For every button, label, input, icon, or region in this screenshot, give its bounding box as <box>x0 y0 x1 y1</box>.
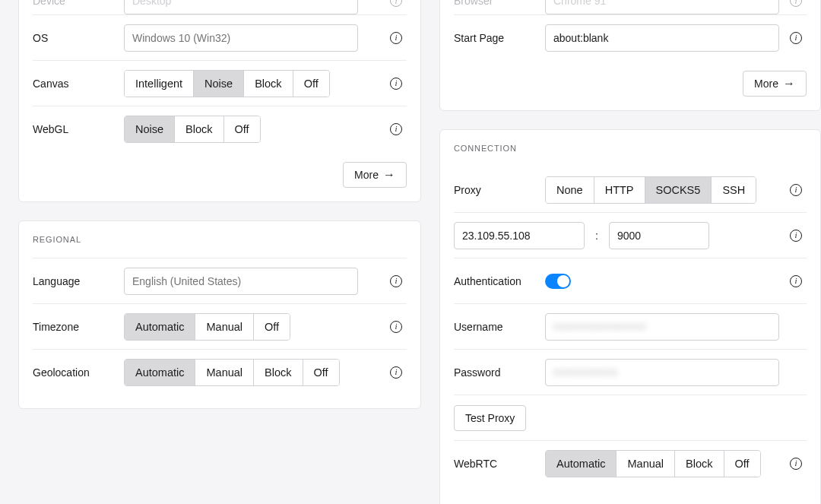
canvas-option-intelligent[interactable]: Intelligent <box>125 71 193 97</box>
canvas-option-off[interactable]: Off <box>293 71 329 97</box>
timezone-label: Timezone <box>33 321 124 333</box>
info-icon[interactable]: i <box>790 184 802 196</box>
authentication-toggle[interactable] <box>545 274 571 289</box>
proxy-label: Proxy <box>454 184 545 196</box>
webrtc-option-manual[interactable]: Manual <box>616 451 674 477</box>
info-icon[interactable]: i <box>790 275 802 287</box>
canvas-option-block[interactable]: Block <box>243 71 292 97</box>
canvas-option-noise[interactable]: Noise <box>193 71 243 97</box>
webrtc-option-block[interactable]: Block <box>674 451 723 477</box>
geolocation-segmented: Automatic Manual Block Off <box>124 359 340 386</box>
fingerprint-card: Device i OS i Canvas Intelligent <box>18 0 421 202</box>
info-icon[interactable]: i <box>390 123 402 135</box>
timezone-segmented: Automatic Manual Off <box>124 313 290 341</box>
canvas-label: Canvas <box>33 78 124 90</box>
connection-card: CONNECTION Proxy None HTTP SOCKS5 SSH i <box>439 129 821 504</box>
test-proxy-button[interactable]: Test Proxy <box>454 405 526 431</box>
os-input[interactable] <box>124 24 358 52</box>
webgl-option-noise[interactable]: Noise <box>125 116 174 142</box>
arrow-right-icon: → <box>383 169 395 181</box>
info-icon[interactable]: i <box>790 458 802 470</box>
start-page-input[interactable] <box>545 24 779 52</box>
proxy-segmented: None HTTP SOCKS5 SSH <box>545 176 756 204</box>
password-input[interactable]: ••••••••• <box>545 359 779 386</box>
start-page-label: Start Page <box>454 32 545 44</box>
proxy-host-input[interactable] <box>454 222 585 249</box>
colon-separator: : <box>591 230 603 242</box>
username-input[interactable]: ••••••••••••• <box>545 313 779 341</box>
proxy-option-ssh[interactable]: SSH <box>711 177 756 203</box>
info-icon[interactable]: i <box>790 230 802 242</box>
geolocation-option-block[interactable]: Block <box>253 360 302 385</box>
timezone-option-automatic[interactable]: Automatic <box>125 314 195 340</box>
regional-card: REGIONAL Language i Timezone Automatic M… <box>18 220 421 409</box>
info-icon[interactable]: i <box>390 78 402 90</box>
username-masked: ••••••••••••• <box>553 321 647 333</box>
fingerprint-more-button[interactable]: More → <box>343 162 407 188</box>
timezone-option-manual[interactable]: Manual <box>195 314 253 340</box>
regional-header: REGIONAL <box>33 235 407 244</box>
webgl-option-off[interactable]: Off <box>223 116 260 142</box>
password-label: Password <box>454 366 545 379</box>
os-label: OS <box>33 32 124 44</box>
authentication-label: Authentication <box>454 275 545 287</box>
device-label: Device <box>33 0 124 7</box>
webgl-label: WebGL <box>33 123 124 135</box>
geolocation-option-automatic[interactable]: Automatic <box>125 360 195 385</box>
geolocation-label: Geolocation <box>33 366 124 379</box>
timezone-option-off[interactable]: Off <box>253 314 290 340</box>
more-label: More <box>354 169 379 181</box>
canvas-segmented: Intelligent Noise Block Off <box>124 70 330 97</box>
info-icon[interactable]: i <box>790 0 802 7</box>
device-input[interactable] <box>124 0 358 14</box>
browser-more-button[interactable]: More → <box>743 71 807 97</box>
proxy-option-http[interactable]: HTTP <box>594 177 645 203</box>
webrtc-option-automatic[interactable]: Automatic <box>546 451 616 477</box>
webrtc-segmented: Automatic Manual Block Off <box>545 450 761 477</box>
language-input[interactable] <box>124 268 358 295</box>
connection-header: CONNECTION <box>454 144 807 153</box>
proxy-option-none[interactable]: None <box>546 177 594 203</box>
browser-label: Browser <box>454 0 545 7</box>
info-icon[interactable]: i <box>390 0 402 7</box>
proxy-option-socks5[interactable]: SOCKS5 <box>645 177 712 203</box>
info-icon[interactable]: i <box>390 366 402 379</box>
webrtc-label: WebRTC <box>454 458 545 470</box>
webgl-option-block[interactable]: Block <box>174 116 223 142</box>
info-icon[interactable]: i <box>390 321 402 333</box>
browser-card: Browser i Start Page i More → <box>439 0 821 111</box>
more-label: More <box>754 78 778 90</box>
language-label: Language <box>33 275 124 287</box>
password-masked: ••••••••• <box>553 366 618 379</box>
browser-input[interactable] <box>545 0 779 14</box>
info-icon[interactable]: i <box>790 32 802 44</box>
proxy-port-input[interactable] <box>609 222 709 249</box>
arrow-right-icon: → <box>783 78 795 90</box>
webgl-segmented: Noise Block Off <box>124 116 261 143</box>
info-icon[interactable]: i <box>390 275 402 287</box>
webrtc-option-off[interactable]: Off <box>724 451 760 477</box>
geolocation-option-off[interactable]: Off <box>303 360 339 385</box>
username-label: Username <box>454 321 545 333</box>
info-icon[interactable]: i <box>390 32 402 44</box>
geolocation-option-manual[interactable]: Manual <box>195 360 253 385</box>
